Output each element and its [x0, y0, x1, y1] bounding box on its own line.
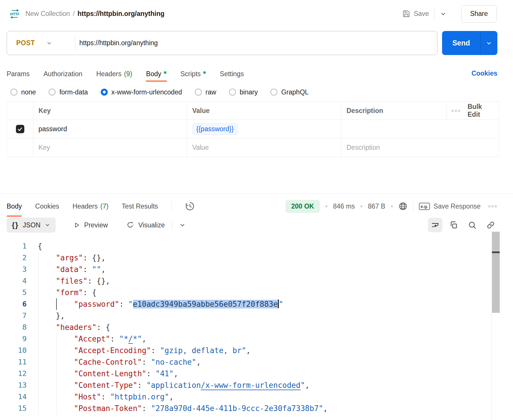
- code-text[interactable]: "Postman-Token": "278a970d-445e-411b-9cc…: [38, 403, 328, 414]
- save-button[interactable]: Save: [402, 10, 429, 18]
- save-label: Save: [414, 10, 429, 18]
- response-tabs-divider: [171, 202, 172, 211]
- response-body-code[interactable]: 1{2 "args": {},3 "data": "",4 "files": {…: [0, 240, 492, 414]
- line-number: 10: [0, 345, 27, 356]
- copy-button[interactable]: [446, 218, 461, 232]
- code-text[interactable]: },: [38, 310, 65, 322]
- line-number: 7: [0, 310, 27, 322]
- mode-form-data[interactable]: form-data: [49, 88, 88, 96]
- line-number: 4: [0, 275, 27, 287]
- code-lines: 1{2 "args": {},3 "data": "",4 "files": {…: [0, 240, 492, 414]
- send-chevron-icon: [485, 40, 492, 47]
- code-text[interactable]: "args": {},: [38, 252, 106, 264]
- response-time: 846 ms: [333, 202, 355, 210]
- code-line: 5 "form": {: [0, 287, 492, 298]
- request-title[interactable]: https://httpbin.org/anything: [78, 10, 164, 18]
- code-text[interactable]: "Cache-Control": "no-cache",: [38, 356, 201, 368]
- code-text[interactable]: "Content-Type": "application/x-www-form-…: [38, 379, 309, 391]
- tab-authorization[interactable]: Authorization: [43, 66, 82, 82]
- code-text[interactable]: {: [38, 240, 42, 252]
- save-response-label: Save Response: [434, 202, 481, 210]
- wrap-text-button[interactable]: [428, 218, 442, 232]
- play-icon: [73, 221, 80, 229]
- method-label: POST: [16, 39, 35, 47]
- url-builder: POST https://httpbin.org/anything: [7, 31, 437, 55]
- value-input-placeholder[interactable]: Value: [187, 138, 341, 157]
- visualize-button[interactable]: Visualize: [126, 221, 165, 229]
- code-line: 7 },: [0, 310, 492, 322]
- column-value: Value: [187, 102, 341, 120]
- key-input-placeholder[interactable]: Key: [33, 138, 187, 157]
- link-button[interactable]: [483, 218, 498, 232]
- tab-params[interactable]: Params: [7, 66, 30, 82]
- radio-icon: [270, 89, 277, 96]
- response-tab-body[interactable]: Body: [7, 196, 22, 217]
- breadcrumb: New Collection / https://httpbin.org/any…: [25, 10, 164, 18]
- network-globe-icon[interactable]: [398, 202, 408, 211]
- mode-graphql[interactable]: GraphQL: [270, 88, 309, 96]
- row-checkbox-cell: [7, 138, 33, 157]
- table-header-row: Key Value Description Bulk Edit: [7, 102, 499, 120]
- code-text[interactable]: "Accept": "*/*",: [38, 333, 146, 345]
- tab-settings[interactable]: Settings: [220, 66, 244, 82]
- save-response-button[interactable]: e.g. Save Response: [419, 202, 481, 210]
- viewer-options-chevron-icon[interactable]: [179, 222, 186, 229]
- code-line: 8 "headers": {: [0, 322, 492, 333]
- cookies-link[interactable]: Cookies: [472, 70, 497, 77]
- send-button[interactable]: Send: [442, 31, 480, 55]
- url-input[interactable]: https://httpbin.org/anything: [75, 39, 158, 47]
- radio-icon: [229, 89, 236, 96]
- tab-body[interactable]: Body: [146, 66, 166, 82]
- bulk-edit-button[interactable]: Bulk Edit: [446, 102, 499, 120]
- radio-icon: [49, 89, 56, 96]
- format-selector[interactable]: {} JSON: [7, 218, 56, 233]
- radio-selected-icon: [101, 89, 108, 96]
- tab-headers[interactable]: Headers (9): [96, 66, 132, 82]
- response-tab-cookies[interactable]: Cookies: [35, 196, 59, 217]
- response-tab-test-results[interactable]: Test Results: [122, 196, 158, 217]
- share-button[interactable]: Share: [461, 5, 497, 23]
- mode-none[interactable]: none: [10, 88, 36, 96]
- send-options-button[interactable]: [480, 31, 497, 55]
- code-text[interactable]: "password": "e10adc3949ba59abbe56e057f20…: [38, 298, 283, 310]
- response-size: 867 B: [368, 202, 385, 210]
- scrollbar-thumb[interactable]: [492, 232, 500, 313]
- line-number: 2: [0, 252, 27, 264]
- body-mode-options: none form-data x-www-form-urlencoded raw…: [10, 87, 309, 97]
- response-tab-headers[interactable]: Headers (7): [73, 196, 109, 217]
- code-text[interactable]: "headers": {: [38, 322, 110, 333]
- value-cell[interactable]: {{password}}: [187, 120, 341, 138]
- tab-scripts[interactable]: Scripts: [180, 66, 206, 82]
- code-text[interactable]: "Accept-Encoding": "gzip, deflate, br",: [38, 345, 251, 356]
- line-number: 6: [0, 298, 27, 310]
- variable-pill[interactable]: {{password}}: [192, 123, 238, 135]
- line-number: 3: [0, 264, 27, 275]
- search-button[interactable]: [465, 218, 479, 232]
- method-selector[interactable]: POST: [7, 31, 75, 55]
- code-text[interactable]: "data": "",: [38, 264, 106, 275]
- response-history-icon[interactable]: [185, 201, 195, 211]
- mode-binary[interactable]: binary: [229, 88, 258, 96]
- key-cell[interactable]: password: [33, 120, 187, 138]
- app-header: HTTP New Collection / https://httpbin.or…: [0, 0, 513, 28]
- response-viewer-toolbar: {} JSON Preview Visualize: [7, 217, 186, 233]
- breadcrumb-collection[interactable]: New Collection: [25, 10, 70, 18]
- code-line: 14 "Host": "httpbin.org",: [0, 391, 492, 403]
- response-more-options-icon[interactable]: [488, 205, 497, 207]
- code-line: 4 "files": {},: [0, 275, 492, 287]
- more-options-icon: [452, 110, 460, 112]
- code-text[interactable]: "files": {},: [38, 275, 110, 287]
- preview-button[interactable]: Preview: [73, 221, 108, 229]
- description-input-placeholder[interactable]: Description: [341, 138, 499, 157]
- code-text[interactable]: "Host": "httpbin.org",: [38, 391, 174, 403]
- description-cell[interactable]: [341, 120, 499, 138]
- send-label: Send: [452, 39, 470, 47]
- checkbox-checked[interactable]: [16, 125, 24, 133]
- mode-x-www-form-urlencoded[interactable]: x-www-form-urlencoded: [101, 88, 182, 96]
- response-section-divider: [0, 193, 513, 194]
- code-text[interactable]: "Content-Length": "41",: [38, 368, 178, 379]
- table-placeholder-row: Key Value Description: [7, 138, 499, 157]
- mode-raw[interactable]: raw: [195, 88, 216, 96]
- save-options-chevron-icon[interactable]: [440, 10, 447, 17]
- code-text[interactable]: "form": {: [38, 287, 97, 298]
